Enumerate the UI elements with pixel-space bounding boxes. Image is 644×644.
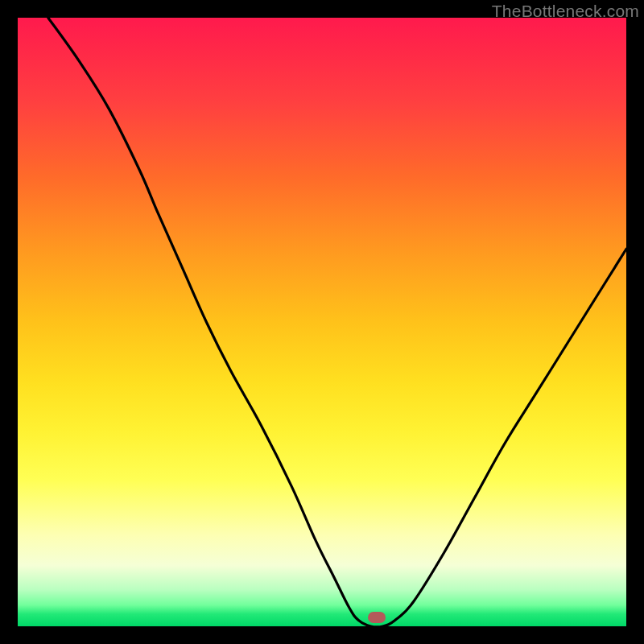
minimum-marker [368,612,386,623]
curve-path [48,18,626,626]
bottleneck-curve [18,18,626,626]
chart-frame: TheBottleneck.com [0,0,644,644]
plot-area [18,18,626,626]
